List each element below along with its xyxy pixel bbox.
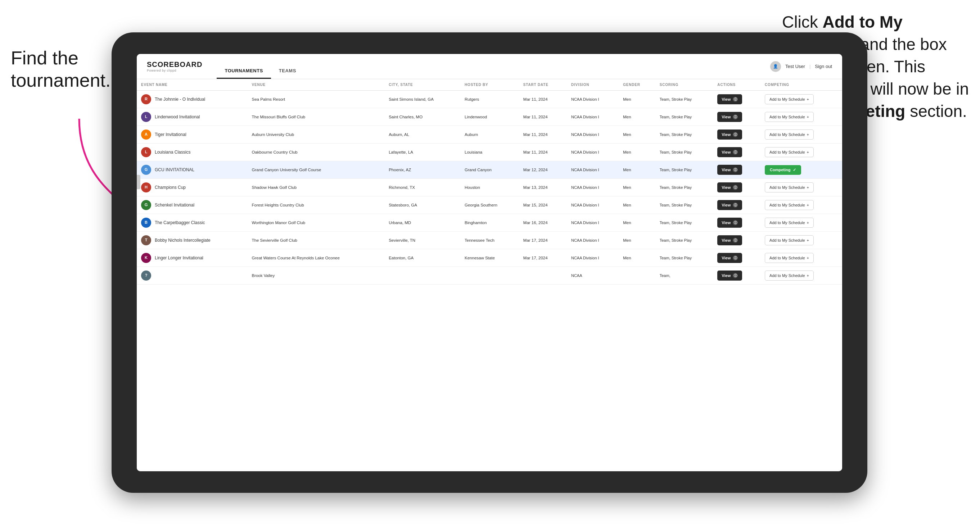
team-logo-8: T bbox=[141, 235, 151, 245]
logo-area: SCOREBOARD Powered by clippd bbox=[147, 60, 202, 72]
start-date-cell-9: Mar 17, 2024 bbox=[519, 249, 567, 267]
view-button-8[interactable]: View ⓘ bbox=[717, 235, 742, 245]
scoring-cell-9: Team, Stroke Play bbox=[655, 249, 713, 267]
team-logo-9: K bbox=[141, 253, 151, 263]
division-cell-2: NCAA Division I bbox=[567, 126, 619, 143]
gender-cell-1: Men bbox=[619, 108, 655, 126]
info-icon-8: ⓘ bbox=[733, 238, 738, 243]
actions-cell-9: View ⓘ bbox=[713, 249, 760, 267]
view-button-6[interactable]: View ⓘ bbox=[717, 200, 742, 210]
col-division: DIVISION bbox=[567, 79, 619, 90]
team-logo-5: H bbox=[141, 183, 151, 192]
division-cell-9: NCAA Division I bbox=[567, 249, 619, 267]
division-cell-8: NCAA Division I bbox=[567, 232, 619, 249]
plus-icon-1: + bbox=[807, 115, 809, 119]
col-gender: GENDER bbox=[619, 79, 655, 90]
app-header: SCOREBOARD Powered by clippd TOURNAMENTS… bbox=[137, 54, 842, 79]
division-cell-10: NCAA bbox=[567, 267, 619, 284]
view-button-10[interactable]: View ⓘ bbox=[717, 270, 742, 281]
view-button-7[interactable]: View ⓘ bbox=[717, 217, 742, 228]
city-state-cell-9: Eatonton, GA bbox=[384, 249, 460, 267]
sign-out-link[interactable]: Sign out bbox=[815, 63, 832, 69]
col-scoring: SCORING bbox=[655, 79, 713, 90]
user-avatar: 👤 bbox=[770, 61, 781, 72]
plus-icon-8: + bbox=[807, 238, 809, 243]
hosted-by-cell-9: Kennesaw State bbox=[460, 249, 519, 267]
start-date-cell-1: Mar 11, 2024 bbox=[519, 108, 567, 126]
add-schedule-button-1[interactable]: Add to My Schedule + bbox=[765, 112, 814, 122]
city-state-cell-7: Urbana, MD bbox=[384, 214, 460, 232]
col-venue: VENUE bbox=[247, 79, 384, 90]
add-schedule-button-6[interactable]: Add to My Schedule + bbox=[765, 200, 814, 210]
event-name-5: Champions Cup bbox=[155, 184, 186, 190]
event-name-1: Lindenwood Invitational bbox=[155, 114, 200, 120]
add-schedule-button-10[interactable]: Add to My Schedule + bbox=[765, 270, 814, 281]
view-button-2[interactable]: View ⓘ bbox=[717, 130, 742, 140]
logo-sub: Powered by clippd bbox=[147, 69, 202, 72]
gender-cell-6: Men bbox=[619, 197, 655, 214]
divider: | bbox=[810, 63, 810, 69]
view-button-5[interactable]: View ⓘ bbox=[717, 183, 742, 192]
table-container: EVENT NAME VENUE CITY, STATE HOSTED BY S… bbox=[137, 79, 842, 471]
annotation-left: Find the tournament. bbox=[11, 47, 111, 92]
view-button-1[interactable]: View ⓘ bbox=[717, 112, 742, 122]
add-schedule-button-5[interactable]: Add to My Schedule + bbox=[765, 183, 814, 192]
hosted-by-cell-7: Binghamton bbox=[460, 214, 519, 232]
team-logo-4: G bbox=[141, 165, 151, 175]
city-state-cell-4: Phoenix, AZ bbox=[384, 161, 460, 179]
competing-cell-10: Add to My Schedule + bbox=[760, 267, 842, 284]
sidebar-toggle[interactable] bbox=[137, 175, 140, 189]
city-state-cell-3: Lafayette, LA bbox=[384, 143, 460, 161]
start-date-cell-5: Mar 13, 2024 bbox=[519, 179, 567, 197]
gender-cell-8: Men bbox=[619, 232, 655, 249]
competing-button-4[interactable]: Competing ✓ bbox=[765, 165, 801, 175]
table-row: R The Johnnie - O Individual Sea Palms R… bbox=[137, 90, 842, 108]
header-right: 👤 Test User | Sign out bbox=[770, 61, 832, 72]
col-start-date: START DATE bbox=[519, 79, 567, 90]
actions-cell-10: View ⓘ bbox=[713, 267, 760, 284]
plus-icon-9: + bbox=[807, 256, 809, 260]
view-button-3[interactable]: View ⓘ bbox=[717, 147, 742, 157]
scoring-cell-8: Team, Stroke Play bbox=[655, 232, 713, 249]
actions-cell-6: View ⓘ bbox=[713, 197, 760, 214]
add-schedule-button-0[interactable]: Add to My Schedule + bbox=[765, 94, 814, 104]
add-schedule-button-7[interactable]: Add to My Schedule + bbox=[765, 217, 814, 228]
scoring-cell-1: Team, Stroke Play bbox=[655, 108, 713, 126]
col-event-name: EVENT NAME bbox=[137, 79, 247, 90]
event-name-3: Louisiana Classics bbox=[155, 149, 190, 156]
view-button-4[interactable]: View ⓘ bbox=[717, 165, 742, 175]
start-date-cell-2: Mar 11, 2024 bbox=[519, 126, 567, 143]
competing-cell-5: Add to My Schedule + bbox=[760, 179, 842, 197]
add-schedule-button-9[interactable]: Add to My Schedule + bbox=[765, 253, 814, 263]
add-schedule-button-8[interactable]: Add to My Schedule + bbox=[765, 235, 814, 245]
event-name-9: Linger Longer Invitational bbox=[155, 255, 203, 261]
add-schedule-button-3[interactable]: Add to My Schedule + bbox=[765, 147, 814, 157]
venue-cell-8: The Sevierville Golf Club bbox=[247, 232, 384, 249]
competing-cell-8: Add to My Schedule + bbox=[760, 232, 842, 249]
event-name-0: The Johnnie - O Individual bbox=[155, 97, 205, 103]
annotation-right-text3: section. bbox=[905, 102, 967, 121]
venue-cell-1: The Missouri Bluffs Golf Club bbox=[247, 108, 384, 126]
nav-tab-tournaments[interactable]: TOURNAMENTS bbox=[217, 65, 270, 79]
gender-cell-9: Men bbox=[619, 249, 655, 267]
competing-cell-9: Add to My Schedule + bbox=[760, 249, 842, 267]
view-button-9[interactable]: View ⓘ bbox=[717, 253, 742, 263]
info-icon-1: ⓘ bbox=[733, 114, 738, 119]
col-hosted-by: HOSTED BY bbox=[460, 79, 519, 90]
view-button-0[interactable]: View ⓘ bbox=[717, 94, 742, 104]
scoring-cell-5: Team, Stroke Play bbox=[655, 179, 713, 197]
nav-tab-teams[interactable]: TEAMS bbox=[271, 65, 304, 79]
venue-cell-4: Grand Canyon University Golf Course bbox=[247, 161, 384, 179]
event-cell-4: G GCU INVITATIONAL bbox=[137, 161, 247, 179]
plus-icon-6: + bbox=[807, 203, 809, 207]
add-schedule-button-2[interactable]: Add to My Schedule + bbox=[765, 130, 814, 140]
hosted-by-cell-3: Louisiana bbox=[460, 143, 519, 161]
gender-cell-7: Men bbox=[619, 214, 655, 232]
hosted-by-cell-4: Grand Canyon bbox=[460, 161, 519, 179]
scoring-cell-3: Team, Stroke Play bbox=[655, 143, 713, 161]
col-city-state: CITY, STATE bbox=[384, 79, 460, 90]
competing-cell-6: Add to My Schedule + bbox=[760, 197, 842, 214]
scoring-cell-10: Team, bbox=[655, 267, 713, 284]
scoring-cell-4: Team, Stroke Play bbox=[655, 161, 713, 179]
competing-cell-0: Add to My Schedule + bbox=[760, 90, 842, 108]
